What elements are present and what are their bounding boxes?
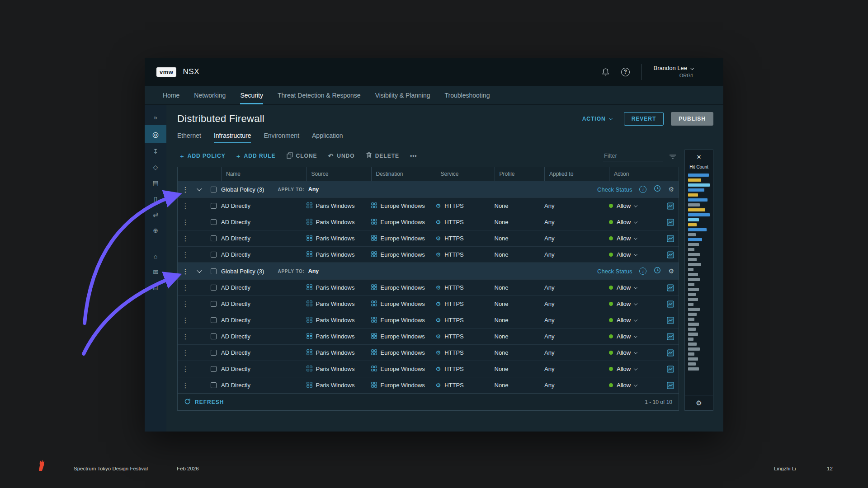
row-menu-icon[interactable]: ⋮ (178, 300, 193, 307)
action-select[interactable]: Allow (609, 333, 662, 340)
action-select[interactable]: Allow (609, 300, 662, 307)
firewall-rule-row[interactable]: ⋮ AD Directly Paris Windows Europe Windo… (178, 230, 679, 246)
notifications-bell-icon[interactable] (602, 68, 609, 76)
rule-destination[interactable]: Europe Windows (381, 300, 425, 307)
firewall-rule-row[interactable]: ⋮ AD Directly Paris Windows Europe Windo… (178, 279, 679, 296)
monitor-icon[interactable]: ▤ (145, 175, 166, 191)
nav-security[interactable]: Security (240, 86, 263, 104)
tab-application[interactable]: Application (312, 132, 343, 143)
hit-chart-icon[interactable] (662, 317, 679, 324)
firewall-rule-row[interactable]: ⋮ AD Directly Paris Windows Europe Windo… (178, 328, 679, 344)
row-checkbox[interactable] (211, 187, 217, 192)
row-checkbox[interactable] (211, 252, 217, 258)
hit-chart-icon[interactable] (662, 235, 679, 242)
nav-troubleshooting[interactable]: Troubleshooting (445, 86, 490, 104)
rule-service[interactable]: HTTPS (444, 300, 464, 307)
row-checkbox[interactable] (211, 235, 217, 241)
hit-chart-icon[interactable] (662, 219, 679, 226)
row-checkbox[interactable] (211, 382, 217, 388)
rule-destination[interactable]: Europe Windows (381, 202, 425, 209)
rule-source[interactable]: Paris Windows (316, 300, 355, 307)
action-select[interactable]: Allow (609, 219, 662, 225)
row-checkbox[interactable] (211, 285, 217, 291)
filter-icon[interactable] (669, 153, 676, 161)
rule-service[interactable]: HTTPS (444, 366, 464, 372)
rule-source[interactable]: Paris Windows (316, 333, 355, 340)
action-select[interactable]: Allow (609, 317, 662, 324)
rule-source[interactable]: Paris Windows (316, 317, 355, 324)
add-policy-button[interactable]: + ADD POLICY (180, 152, 226, 160)
row-menu-icon[interactable]: ⋮ (178, 235, 193, 242)
row-menu-icon[interactable]: ⋮ (178, 202, 193, 209)
refresh-button[interactable]: REFRESH (184, 398, 224, 406)
row-checkbox[interactable] (211, 301, 217, 307)
row-checkbox[interactable] (211, 219, 217, 225)
rule-service[interactable]: HTTPS (444, 202, 464, 209)
tab-environment[interactable]: Environment (264, 132, 299, 143)
rule-destination[interactable]: Europe Windows (381, 235, 425, 242)
briefcase-icon[interactable]: ⌂ (145, 248, 166, 264)
rule-destination[interactable]: Europe Windows (381, 349, 425, 356)
action-select[interactable]: Allow (609, 349, 662, 356)
rule-destination[interactable]: Europe Windows (381, 219, 425, 225)
row-menu-icon[interactable]: ⋮ (178, 366, 193, 372)
share-icon[interactable]: ⇄ (145, 206, 166, 222)
nav-threat-detection-response[interactable]: Threat Detection & Response (278, 86, 361, 104)
firewall-rule-row[interactable]: ⋮ AD Directly Paris Windows Europe Windo… (178, 246, 679, 263)
apply-to-value[interactable]: Any (308, 186, 319, 192)
rule-source[interactable]: Paris Windows (316, 366, 355, 372)
clone-button[interactable]: CLONE (287, 152, 317, 160)
hit-chart-icon[interactable] (662, 251, 679, 258)
app-grid-icon[interactable] (705, 69, 712, 75)
row-checkbox[interactable] (211, 203, 217, 209)
dashboard-icon[interactable]: ◎ (145, 125, 166, 143)
rule-service[interactable]: HTTPS (444, 333, 464, 340)
check-status-link[interactable]: Check Status (597, 186, 632, 193)
rule-destination[interactable]: Europe Windows (381, 366, 425, 372)
rule-service[interactable]: HTTPS (444, 317, 464, 324)
nav-home[interactable]: Home (163, 86, 179, 104)
action-select[interactable]: Allow (609, 202, 662, 209)
help-icon[interactable]: ? (621, 68, 630, 76)
rule-source[interactable]: Paris Windows (316, 284, 355, 291)
firewall-rule-row[interactable]: ⋮ AD Directly Paris Windows Europe Windo… (178, 214, 679, 230)
flow-icon[interactable]: ⊟ (145, 280, 166, 296)
filter-input[interactable] (603, 150, 663, 161)
policy-group-row[interactable]: ⋮ Global Policy (3) APPLY TO: Any Check … (178, 181, 679, 197)
rule-source[interactable]: Paris Windows (316, 235, 355, 242)
collapse-rail-icon[interactable]: » (145, 109, 166, 125)
inventory-icon[interactable]: ◇ (145, 159, 166, 175)
rule-service[interactable]: HTTPS (444, 219, 464, 225)
firewall-rule-row[interactable]: ⋮ AD Directly Paris Windows Europe Windo… (178, 361, 679, 377)
rule-source[interactable]: Paris Windows (316, 382, 355, 389)
hit-chart-icon[interactable] (662, 300, 679, 308)
gear-icon[interactable]: ⚙ (668, 186, 674, 192)
row-menu-icon[interactable]: ⋮ (178, 219, 193, 225)
rule-destination[interactable]: Europe Windows (381, 251, 425, 258)
policy-group-row[interactable]: ⋮ Global Policy (3) APPLY TO: Any Check … (178, 263, 679, 279)
row-menu-icon[interactable]: ⋮ (178, 186, 193, 193)
row-menu-icon[interactable]: ⋮ (178, 317, 193, 324)
rule-source[interactable]: Paris Windows (316, 251, 355, 258)
row-menu-icon[interactable]: ⋮ (178, 382, 193, 389)
action-select[interactable]: Allow (609, 284, 662, 291)
gear-icon[interactable]: ⚙ (668, 268, 674, 274)
action-select[interactable]: Allow (609, 235, 662, 242)
nav-visibility-planning[interactable]: Visibility & Planning (375, 86, 430, 104)
settings-gear-icon[interactable]: ⚙ (685, 395, 713, 410)
hit-chart-icon[interactable] (662, 202, 679, 210)
rule-service[interactable]: HTTPS (444, 235, 464, 242)
row-menu-icon[interactable]: ⋮ (178, 284, 193, 291)
rule-service[interactable]: HTTPS (444, 349, 464, 356)
action-select[interactable]: Allow (609, 366, 662, 372)
action-select[interactable]: Allow (609, 382, 662, 389)
tab-infrastructure[interactable]: Infrastructure (214, 132, 251, 143)
globe-icon[interactable]: ⊕ (145, 222, 166, 238)
tab-ethernet[interactable]: Ethernet (177, 132, 201, 143)
delete-button[interactable]: DELETE (366, 152, 399, 160)
expand-chevron-icon[interactable] (193, 188, 206, 191)
info-icon[interactable]: i (639, 267, 646, 275)
hit-chart-icon[interactable] (662, 366, 679, 373)
rule-service[interactable]: HTTPS (444, 251, 464, 258)
clock-icon[interactable] (654, 267, 661, 276)
